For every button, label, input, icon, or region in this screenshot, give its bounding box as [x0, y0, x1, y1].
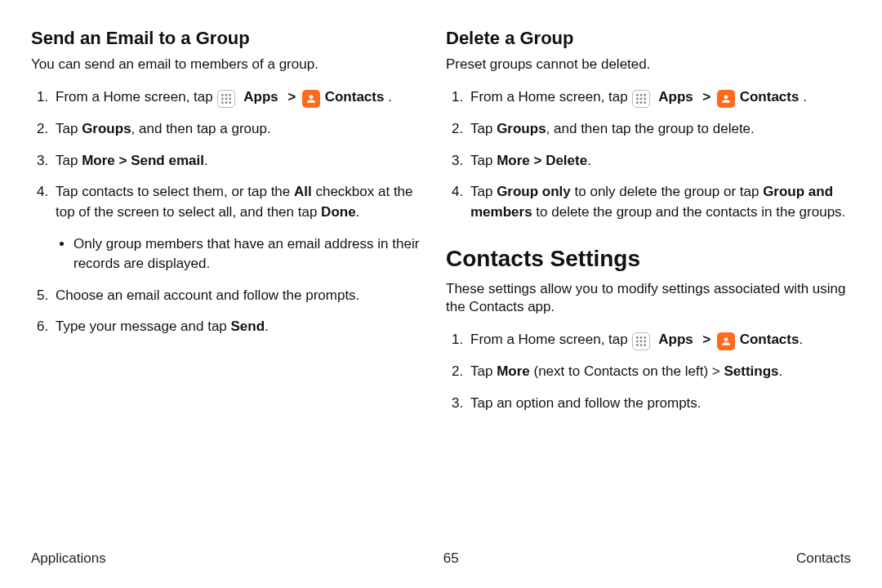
list-item: Tap an option and follow the prompts. — [467, 394, 851, 414]
left-column: Send an Email to a Group You can send an… — [31, 28, 441, 539]
list-item: Tap More (next to Contacts on the left) … — [467, 362, 851, 382]
text: . — [388, 89, 392, 105]
text: Tap — [470, 153, 497, 168]
apps-icon — [217, 90, 235, 108]
svg-point-10 — [640, 94, 643, 96]
footer-right: Contacts — [796, 550, 851, 567]
text: Tap — [470, 363, 497, 379]
list-item: From a Home screen, tap Apps > Contacts … — [467, 87, 851, 108]
svg-point-15 — [636, 101, 639, 104]
svg-point-11 — [644, 94, 647, 96]
chevron-right-icon: > — [287, 89, 296, 105]
group-only-label: Group only — [497, 184, 571, 199]
text: Tap — [470, 184, 497, 199]
sub-bullets: Only group members that have an email ad… — [56, 234, 423, 274]
svg-point-25 — [640, 345, 643, 347]
page-body: Send an Email to a Group You can send an… — [0, 0, 882, 539]
svg-point-20 — [644, 336, 647, 339]
svg-point-8 — [229, 101, 232, 104]
svg-point-3 — [221, 98, 224, 100]
svg-point-22 — [640, 341, 643, 343]
apps-icon — [632, 90, 650, 108]
list-item: From a Home screen, tap Apps > Contacts. — [467, 330, 851, 350]
svg-point-19 — [640, 336, 643, 339]
text: (next to Contacts on the left) > — [530, 363, 724, 379]
steps-contacts-settings: From a Home screen, tap Apps > Contacts.… — [446, 330, 851, 413]
text: . — [587, 153, 591, 168]
contacts-label: Contacts. — [740, 332, 803, 347]
list-item: From a Home screen, tap Apps > Contacts … — [52, 87, 423, 108]
text: , and then tap the group to delete. — [546, 121, 755, 136]
list-item: Tap Groups, and then tap a group. — [52, 119, 423, 140]
text: From a Home screen, tap — [470, 332, 631, 347]
text: . — [265, 318, 269, 334]
svg-point-26 — [644, 345, 647, 347]
list-item: Only group members that have an email ad… — [74, 234, 423, 274]
text: From a Home screen, tap — [56, 89, 216, 105]
text: . — [803, 89, 807, 105]
svg-point-12 — [636, 98, 639, 100]
contacts-label: Contacts — [740, 89, 800, 105]
intro-contacts-settings: These settings allow you to modify setti… — [446, 280, 851, 318]
text: . — [778, 363, 782, 379]
contacts-icon — [302, 90, 320, 108]
text: . — [356, 204, 360, 220]
chevron-right-icon: > — [702, 89, 710, 105]
svg-point-17 — [644, 101, 647, 104]
svg-point-4 — [225, 98, 228, 100]
svg-point-0 — [221, 94, 224, 96]
chevron-right-icon: > — [702, 332, 710, 347]
list-item: Tap Group only to only delete the group … — [467, 182, 851, 222]
delete-label: Delete — [546, 153, 587, 168]
svg-point-9 — [636, 94, 639, 96]
svg-point-13 — [640, 98, 643, 100]
apps-label: Apps — [240, 89, 282, 105]
svg-point-7 — [225, 101, 228, 104]
svg-point-1 — [225, 94, 228, 96]
svg-point-24 — [636, 345, 639, 347]
done-label: Done — [321, 204, 356, 220]
more-label: More — [497, 153, 530, 168]
text: to delete the group and the contacts in … — [532, 204, 846, 220]
contacts-label: Contacts — [325, 89, 385, 105]
text: Tap contacts to select them, or tap the — [56, 184, 294, 199]
text: Tap — [56, 153, 82, 168]
list-item: Choose an email account and follow the p… — [52, 286, 423, 306]
right-column: Delete a Group Preset groups cannot be d… — [441, 28, 851, 539]
steps-send-email: From a Home screen, tap Apps > Contacts … — [31, 87, 423, 337]
list-item: Tap More > Delete. — [467, 151, 851, 172]
send-email-label: Send email — [131, 153, 204, 168]
apps-label: Apps — [655, 89, 697, 105]
text: . — [204, 153, 208, 168]
settings-label: Settings — [724, 363, 778, 379]
svg-point-16 — [640, 101, 643, 104]
intro-delete-group: Preset groups cannot be deleted. — [446, 56, 851, 74]
list-item: Type your message and tap Send. — [52, 317, 423, 337]
text: From a Home screen, tap — [470, 89, 631, 105]
sep: > — [115, 153, 131, 168]
svg-point-23 — [644, 341, 647, 343]
svg-point-6 — [221, 101, 224, 104]
more-label: More — [82, 153, 115, 168]
svg-point-2 — [229, 94, 232, 96]
list-item: Tap contacts to select them, or tap the … — [52, 182, 423, 274]
heading-send-email: Send an Email to a Group — [31, 28, 423, 49]
page-number: 65 — [443, 550, 459, 567]
svg-point-21 — [636, 341, 639, 343]
all-label: All — [294, 184, 312, 199]
list-item: Tap More > Send email. — [52, 151, 423, 172]
text: Tap — [470, 121, 497, 136]
groups-label: Groups — [82, 121, 131, 136]
more-label: More — [497, 363, 530, 379]
apps-label: Apps — [655, 332, 697, 347]
svg-point-5 — [229, 98, 232, 100]
contacts-icon — [717, 90, 735, 108]
text: Type your message and tap — [56, 318, 231, 334]
text: , and then tap a group. — [131, 121, 271, 136]
sep: > — [530, 153, 546, 168]
page-footer: Applications 65 Contacts — [31, 550, 851, 567]
contacts-icon — [717, 332, 735, 350]
apps-icon — [632, 332, 650, 350]
text: Tap — [56, 121, 82, 136]
send-label: Send — [231, 318, 265, 334]
